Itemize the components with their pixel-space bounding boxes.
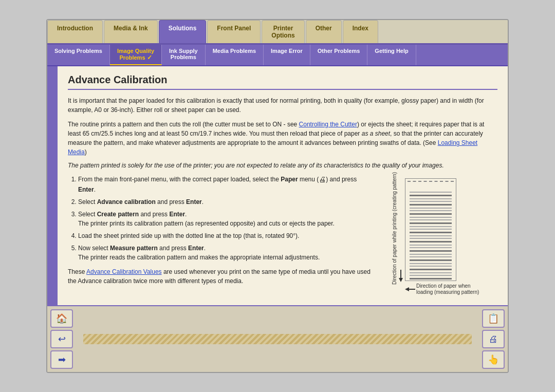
paper-menu-icon: 🖨 bbox=[319, 175, 326, 183]
left-bar bbox=[47, 66, 58, 305]
link-loading-sheet-media[interactable]: Loading Sheet Media bbox=[68, 139, 477, 156]
clipboard-icon: 📋 bbox=[488, 313, 499, 324]
tab-media-ink[interactable]: Media & Ink bbox=[104, 20, 158, 44]
footer-text: These Advance Calibration Values are use… bbox=[68, 267, 374, 286]
paragraph-3-italic: The pattern printed is solely for the us… bbox=[68, 162, 497, 169]
step-5-sub: The printer reads the calibration patter… bbox=[78, 254, 320, 261]
pline bbox=[410, 229, 452, 230]
home-icon: 🏠 bbox=[56, 313, 67, 324]
printer-icon: 🖨 bbox=[489, 334, 498, 345]
down-arrow-icon bbox=[397, 270, 405, 282]
pline bbox=[410, 263, 452, 264]
tab-index[interactable]: Index bbox=[343, 20, 378, 44]
paragraph-1: It is important that the paper loaded fo… bbox=[68, 96, 497, 115]
pointer-icon: 👆 bbox=[488, 354, 499, 365]
content-body: Advance Calibration It is important that… bbox=[58, 66, 508, 305]
subtab-other-problems[interactable]: Other Problems bbox=[310, 45, 368, 65]
bottom-arrow-container: Direction of paper whenloading (measurin… bbox=[405, 283, 479, 295]
forward-button[interactable]: ➡ bbox=[50, 350, 73, 369]
pline bbox=[410, 195, 452, 196]
zigzag-decoration bbox=[83, 334, 472, 344]
pline bbox=[410, 256, 452, 257]
tab-introduction[interactable]: Introduction bbox=[47, 20, 103, 44]
step-5: Now select Measure pattern and press Ent… bbox=[78, 244, 374, 262]
top-nav: Introduction Media & Ink Solutions Front… bbox=[47, 20, 508, 45]
tab-front-panel[interactable]: Front Panel bbox=[207, 20, 261, 44]
pline bbox=[410, 275, 452, 276]
pline bbox=[410, 241, 452, 242]
pline bbox=[410, 250, 452, 252]
page-title: Advance Calibration bbox=[68, 74, 497, 90]
content-columns: From the main front-panel menu, with the… bbox=[68, 174, 497, 297]
pline bbox=[410, 269, 452, 270]
pline bbox=[410, 198, 452, 199]
svg-marker-3 bbox=[405, 287, 409, 291]
back-icon: ↩ bbox=[58, 333, 66, 345]
pline bbox=[410, 222, 452, 224]
down-arrow bbox=[397, 270, 405, 282]
step-3-sub: The printer prints its calibration patte… bbox=[78, 220, 335, 227]
pline bbox=[410, 266, 452, 267]
pline bbox=[410, 213, 452, 215]
pline bbox=[410, 247, 452, 248]
step-4: Load the sheet printed side up with the … bbox=[78, 231, 374, 240]
tab-solutions[interactable]: Solutions bbox=[159, 20, 207, 44]
side-nav-right: 📋 🖨 👆 bbox=[479, 306, 508, 372]
bottom-section: 🏠 ↩ ➡ 📋 🖨 👆 bbox=[47, 305, 508, 372]
pline bbox=[410, 204, 452, 206]
left-arrow-icon bbox=[405, 286, 415, 292]
pline bbox=[410, 272, 452, 273]
subtab-media-problems[interactable]: Media Problems bbox=[206, 45, 264, 65]
diagram-bottom-label: Direction of paper whenloading (measurin… bbox=[416, 283, 479, 295]
steps-list: From the main front-panel menu, with the… bbox=[78, 174, 374, 262]
bottom-content bbox=[76, 306, 479, 372]
back-button[interactable]: ↩ bbox=[50, 330, 73, 348]
right-button-3[interactable]: 👆 bbox=[482, 350, 505, 369]
forward-icon: ➡ bbox=[58, 354, 66, 365]
step-2: Select Advance calibration and press Ent… bbox=[78, 197, 374, 207]
sub-nav: Solving Problems Image QualityProblems ✓… bbox=[47, 45, 508, 66]
diagram-wrapper: Direction of paper while printing (creat… bbox=[390, 174, 492, 297]
dotted-line bbox=[408, 181, 454, 182]
step-3: Select Create pattern and press Enter. T… bbox=[78, 210, 374, 228]
tab-other[interactable]: Other bbox=[306, 20, 342, 44]
tab-printer-options[interactable]: PrinterOptions bbox=[262, 20, 304, 44]
step-1: From the main front-panel menu, with the… bbox=[78, 174, 374, 194]
paragraph-2: The routine prints a pattern and then cu… bbox=[68, 120, 497, 157]
pline bbox=[410, 238, 452, 239]
diagram-column: Direction of paper while printing (creat… bbox=[384, 174, 497, 297]
check-mark: ✓ bbox=[147, 54, 152, 61]
subtab-ink-supply[interactable]: Ink SupplyProblems bbox=[162, 45, 206, 65]
steps-column: From the main front-panel menu, with the… bbox=[68, 174, 374, 291]
print-lines: // Rendered below with inline approach bbox=[405, 186, 456, 190]
subtab-image-quality[interactable]: Image QualityProblems ✓ bbox=[110, 45, 162, 65]
svg-marker-1 bbox=[399, 278, 403, 282]
home-button[interactable]: 🏠 bbox=[50, 309, 73, 328]
right-button-1[interactable]: 📋 bbox=[482, 309, 505, 328]
vertical-label-container: Direction of paper while printing (creat… bbox=[390, 174, 399, 282]
pline bbox=[410, 192, 452, 193]
pline bbox=[410, 217, 452, 218]
side-nav-left: 🏠 ↩ ➡ bbox=[47, 306, 76, 372]
paper-diagram: // Rendered below with inline approach .… bbox=[405, 178, 456, 281]
pline bbox=[410, 208, 452, 209]
link-controlling-cutter[interactable]: Controlling the Cutter bbox=[299, 121, 357, 128]
pline bbox=[410, 259, 452, 261]
italic-as-sheet: as a sheet bbox=[362, 130, 390, 137]
subtab-image-error[interactable]: Image Error bbox=[264, 45, 310, 65]
main-container: Introduction Media & Ink Solutions Front… bbox=[46, 19, 509, 374]
subtab-getting-help[interactable]: Getting Help bbox=[367, 45, 416, 65]
pline bbox=[410, 232, 452, 233]
pline bbox=[410, 254, 452, 255]
pline bbox=[410, 219, 452, 220]
pline bbox=[410, 245, 452, 246]
pline bbox=[410, 235, 452, 236]
pline bbox=[410, 201, 452, 202]
pline bbox=[410, 226, 452, 227]
subtab-solving-problems[interactable]: Solving Problems bbox=[47, 45, 110, 65]
content-area: Advance Calibration It is important that… bbox=[47, 66, 508, 305]
link-advance-calibration-values[interactable]: Advance Calibration Values bbox=[86, 268, 162, 275]
pline bbox=[410, 210, 452, 211]
right-button-2[interactable]: 🖨 bbox=[482, 330, 505, 348]
pline bbox=[410, 278, 452, 279]
